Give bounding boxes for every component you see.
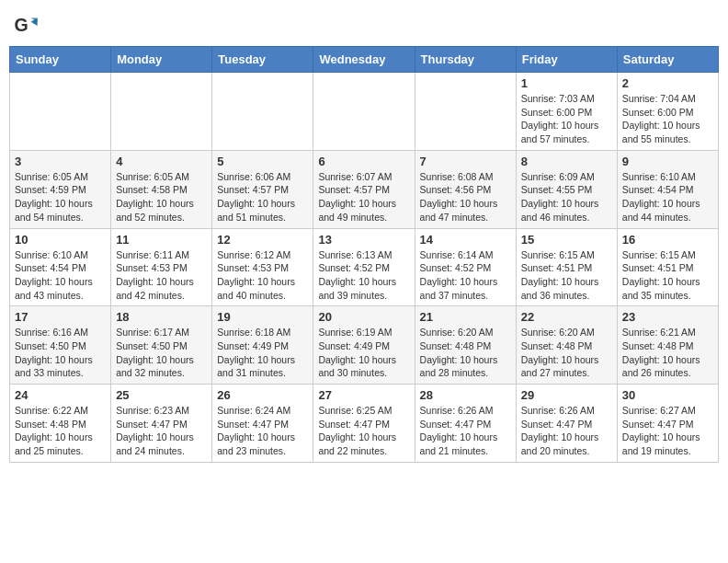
calendar-cell xyxy=(10,73,111,151)
calendar-cell: 23Sunrise: 6:21 AM Sunset: 4:48 PM Dayli… xyxy=(617,306,718,385)
calendar-cell: 10Sunrise: 6:10 AM Sunset: 4:54 PM Dayli… xyxy=(10,228,111,306)
day-info: Sunrise: 6:05 AM Sunset: 4:58 PM Dayligh… xyxy=(116,170,207,224)
calendar-cell: 21Sunrise: 6:20 AM Sunset: 4:48 PM Dayli… xyxy=(415,306,516,385)
day-number: 23 xyxy=(622,310,713,324)
day-number: 1 xyxy=(521,76,612,90)
weekday-header-saturday: Saturday xyxy=(617,47,718,73)
day-info: Sunrise: 6:24 AM Sunset: 4:47 PM Dayligh… xyxy=(217,404,308,458)
day-number: 15 xyxy=(521,233,612,247)
day-number: 27 xyxy=(318,388,409,402)
day-info: Sunrise: 6:17 AM Sunset: 4:50 PM Dayligh… xyxy=(116,326,207,380)
day-number: 13 xyxy=(318,233,409,247)
calendar-cell: 6Sunrise: 6:07 AM Sunset: 4:57 PM Daylig… xyxy=(313,150,415,228)
day-number: 3 xyxy=(15,155,106,168)
calendar-cell xyxy=(415,73,516,151)
day-info: Sunrise: 6:15 AM Sunset: 4:51 PM Dayligh… xyxy=(521,248,612,303)
day-number: 10 xyxy=(15,233,106,247)
calendar-cell: 8Sunrise: 6:09 AM Sunset: 4:55 PM Daylig… xyxy=(516,150,617,228)
day-info: Sunrise: 6:09 AM Sunset: 4:55 PM Dayligh… xyxy=(521,170,612,224)
day-info: Sunrise: 6:06 AM Sunset: 4:57 PM Dayligh… xyxy=(217,170,308,224)
calendar: SundayMondayTuesdayWednesdayThursdayFrid… xyxy=(9,46,719,463)
day-info: Sunrise: 6:10 AM Sunset: 4:54 PM Dayligh… xyxy=(15,248,106,303)
calendar-cell: 28Sunrise: 6:26 AM Sunset: 4:47 PM Dayli… xyxy=(415,385,516,463)
calendar-cell: 30Sunrise: 6:27 AM Sunset: 4:47 PM Dayli… xyxy=(617,385,718,463)
day-info: Sunrise: 6:20 AM Sunset: 4:48 PM Dayligh… xyxy=(420,326,511,380)
week-row-1: 1Sunrise: 7:03 AM Sunset: 6:00 PM Daylig… xyxy=(10,73,719,151)
day-number: 16 xyxy=(622,233,713,247)
calendar-cell xyxy=(212,73,313,151)
day-number: 29 xyxy=(521,388,612,402)
day-number: 30 xyxy=(622,388,713,402)
weekday-header-monday: Monday xyxy=(111,47,212,73)
weekday-header-sunday: Sunday xyxy=(10,47,111,73)
day-info: Sunrise: 6:07 AM Sunset: 4:57 PM Dayligh… xyxy=(318,170,409,224)
calendar-cell: 3Sunrise: 6:05 AM Sunset: 4:59 PM Daylig… xyxy=(10,150,111,228)
day-number: 5 xyxy=(217,155,308,168)
day-info: Sunrise: 6:12 AM Sunset: 4:53 PM Dayligh… xyxy=(217,248,308,303)
day-number: 19 xyxy=(217,310,308,324)
weekday-header-row: SundayMondayTuesdayWednesdayThursdayFrid… xyxy=(10,47,719,73)
logo: G xyxy=(13,13,40,39)
calendar-cell: 26Sunrise: 6:24 AM Sunset: 4:47 PM Dayli… xyxy=(212,385,313,463)
weekday-header-thursday: Thursday xyxy=(415,47,516,73)
calendar-cell: 5Sunrise: 6:06 AM Sunset: 4:57 PM Daylig… xyxy=(212,150,313,228)
calendar-cell: 1Sunrise: 7:03 AM Sunset: 6:00 PM Daylig… xyxy=(516,73,617,151)
day-number: 21 xyxy=(420,310,511,324)
day-number: 20 xyxy=(318,310,409,324)
calendar-cell: 9Sunrise: 6:10 AM Sunset: 4:54 PM Daylig… xyxy=(617,150,718,228)
day-info: Sunrise: 6:14 AM Sunset: 4:52 PM Dayligh… xyxy=(420,248,511,303)
day-info: Sunrise: 6:26 AM Sunset: 4:47 PM Dayligh… xyxy=(420,404,511,458)
week-row-4: 17Sunrise: 6:16 AM Sunset: 4:50 PM Dayli… xyxy=(10,306,719,385)
calendar-cell: 27Sunrise: 6:25 AM Sunset: 4:47 PM Dayli… xyxy=(313,385,415,463)
calendar-cell: 22Sunrise: 6:20 AM Sunset: 4:48 PM Dayli… xyxy=(516,306,617,385)
calendar-cell xyxy=(313,73,415,151)
calendar-cell: 13Sunrise: 6:13 AM Sunset: 4:52 PM Dayli… xyxy=(313,228,415,306)
logo-icon: G xyxy=(13,13,39,39)
day-info: Sunrise: 6:22 AM Sunset: 4:48 PM Dayligh… xyxy=(15,404,106,458)
day-info: Sunrise: 7:03 AM Sunset: 6:00 PM Dayligh… xyxy=(521,92,612,146)
day-number: 17 xyxy=(15,310,106,324)
day-number: 28 xyxy=(420,388,511,402)
calendar-cell: 29Sunrise: 6:26 AM Sunset: 4:47 PM Dayli… xyxy=(516,385,617,463)
day-number: 24 xyxy=(15,388,106,402)
week-row-3: 10Sunrise: 6:10 AM Sunset: 4:54 PM Dayli… xyxy=(10,228,719,306)
calendar-cell: 17Sunrise: 6:16 AM Sunset: 4:50 PM Dayli… xyxy=(10,306,111,385)
day-info: Sunrise: 6:05 AM Sunset: 4:59 PM Dayligh… xyxy=(15,170,106,224)
calendar-cell: 25Sunrise: 6:23 AM Sunset: 4:47 PM Dayli… xyxy=(111,385,212,463)
calendar-cell: 24Sunrise: 6:22 AM Sunset: 4:48 PM Dayli… xyxy=(10,385,111,463)
calendar-cell: 19Sunrise: 6:18 AM Sunset: 4:49 PM Dayli… xyxy=(212,306,313,385)
day-number: 11 xyxy=(116,233,207,247)
day-info: Sunrise: 6:27 AM Sunset: 4:47 PM Dayligh… xyxy=(622,404,713,458)
day-info: Sunrise: 6:25 AM Sunset: 4:47 PM Dayligh… xyxy=(318,404,409,458)
day-number: 2 xyxy=(622,76,713,90)
day-info: Sunrise: 6:26 AM Sunset: 4:47 PM Dayligh… xyxy=(521,404,612,458)
calendar-cell: 15Sunrise: 6:15 AM Sunset: 4:51 PM Dayli… xyxy=(516,228,617,306)
calendar-cell: 11Sunrise: 6:11 AM Sunset: 4:53 PM Dayli… xyxy=(111,228,212,306)
day-info: Sunrise: 6:13 AM Sunset: 4:52 PM Dayligh… xyxy=(318,248,409,303)
weekday-header-friday: Friday xyxy=(516,47,617,73)
day-info: Sunrise: 6:10 AM Sunset: 4:54 PM Dayligh… xyxy=(622,170,713,224)
calendar-cell: 7Sunrise: 6:08 AM Sunset: 4:56 PM Daylig… xyxy=(415,150,516,228)
calendar-cell: 18Sunrise: 6:17 AM Sunset: 4:50 PM Dayli… xyxy=(111,306,212,385)
calendar-cell: 4Sunrise: 6:05 AM Sunset: 4:58 PM Daylig… xyxy=(111,150,212,228)
day-number: 26 xyxy=(217,388,308,402)
day-number: 8 xyxy=(521,155,612,168)
week-row-5: 24Sunrise: 6:22 AM Sunset: 4:48 PM Dayli… xyxy=(10,385,719,463)
day-info: Sunrise: 7:04 AM Sunset: 6:00 PM Dayligh… xyxy=(622,92,713,146)
day-number: 7 xyxy=(420,155,511,168)
calendar-cell: 12Sunrise: 6:12 AM Sunset: 4:53 PM Dayli… xyxy=(212,228,313,306)
day-info: Sunrise: 6:15 AM Sunset: 4:51 PM Dayligh… xyxy=(622,248,713,303)
day-info: Sunrise: 6:08 AM Sunset: 4:56 PM Dayligh… xyxy=(420,170,511,224)
weekday-header-tuesday: Tuesday xyxy=(212,47,313,73)
day-number: 12 xyxy=(217,233,308,247)
calendar-cell: 20Sunrise: 6:19 AM Sunset: 4:49 PM Dayli… xyxy=(313,306,415,385)
day-info: Sunrise: 6:16 AM Sunset: 4:50 PM Dayligh… xyxy=(15,326,106,380)
day-number: 9 xyxy=(622,155,713,168)
day-number: 25 xyxy=(116,388,207,402)
weekday-header-wednesday: Wednesday xyxy=(313,47,415,73)
calendar-cell: 16Sunrise: 6:15 AM Sunset: 4:51 PM Dayli… xyxy=(617,228,718,306)
header: G xyxy=(9,9,719,39)
day-number: 18 xyxy=(116,310,207,324)
day-number: 14 xyxy=(420,233,511,247)
calendar-cell xyxy=(111,73,212,151)
